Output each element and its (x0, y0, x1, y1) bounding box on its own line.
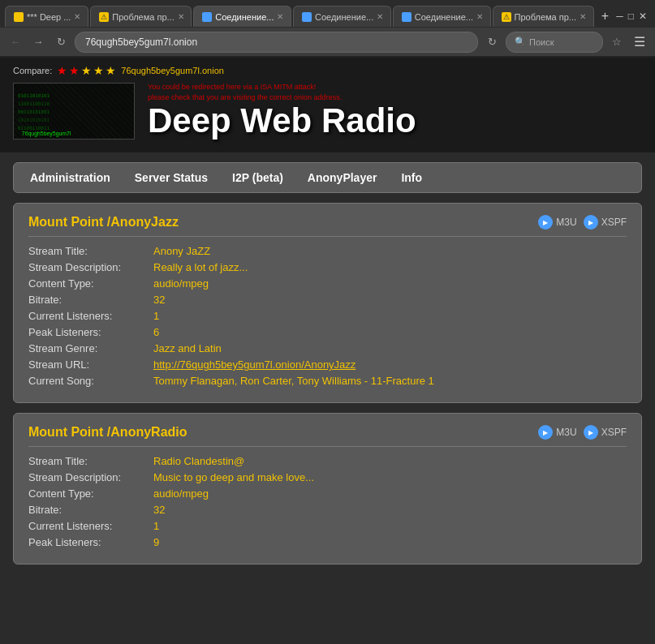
tab-icon-1 (14, 12, 24, 22)
mount-header-anony-radio: Mount Point /AnonyRadio ▶ M3U ▶ XSPF (28, 425, 627, 447)
nav-item-anony-player[interactable]: AnonyPlayer (308, 171, 377, 184)
tab-close-5[interactable]: ✕ (476, 12, 483, 21)
m3u-play-icon: ▶ (538, 215, 553, 230)
info-row-stream-desc-1: Stream Description: Music to go deep and… (28, 471, 627, 483)
info-value-peak-listeners-1: 9 (153, 536, 159, 548)
address-text: 76qugh5bey5gum7l.onion (85, 36, 197, 48)
info-label-peak-listeners-0: Peak Listeners: (28, 326, 150, 338)
tab-label-5: Соединение... (415, 12, 473, 22)
info-label-content-type-0: Content Type: (28, 277, 150, 290)
star-3: ★ (81, 64, 92, 77)
menu-button[interactable]: ☰ (631, 32, 649, 51)
nav-item-administration[interactable]: Administration (30, 171, 110, 184)
svg-text:00110101001: 00110101001 (18, 109, 50, 114)
compare-bar: Compare: ★ ★ ★ ★ ★ 76qugh5bey5gum7l.onio… (13, 64, 642, 77)
mount-title-anony-jazz: Mount Point /AnonyJazz (28, 215, 179, 230)
tab-close-6[interactable]: ✕ (580, 12, 586, 21)
info-value-stream-desc-1: Music to go deep and make love... (153, 471, 314, 483)
nav-item-server-status[interactable]: Server Status (135, 171, 208, 184)
tab-label-2: Проблема пр... (112, 12, 174, 22)
tab-label-4: Соединение... (315, 12, 373, 22)
xspf-link-anony-radio[interactable]: ▶ XSPF (584, 425, 627, 440)
tab-4[interactable]: Соединение... ✕ (293, 6, 391, 27)
new-tab-button[interactable]: + (596, 6, 615, 26)
xspf-link-anony-jazz[interactable]: ▶ XSPF (584, 215, 627, 230)
info-row-bitrate-1: Bitrate: 32 (28, 504, 627, 516)
nav-item-info[interactable]: Info (401, 171, 422, 184)
tab-5[interactable]: Соединение... ✕ (393, 6, 491, 27)
tab-close-1[interactable]: ✕ (74, 12, 80, 21)
info-value-stream-desc-0: Really a lot of jazz... (153, 261, 248, 273)
svg-text:01100110011: 01100110011 (18, 125, 50, 130)
info-label-stream-genre-0: Stream Genre: (28, 342, 150, 354)
xspf-label-anony-radio: XSPF (601, 427, 627, 438)
xspf-play-icon: ▶ (584, 215, 598, 230)
search-placeholder: Поиск (529, 37, 554, 47)
info-value-stream-title-0: Anony JaZZ (153, 245, 210, 257)
back-button[interactable]: ← (6, 33, 24, 51)
mount-title-anony-radio: Mount Point /AnonyRadio (28, 425, 187, 440)
banner-logo-image: 01011010101 11001100110 00110101001 1010… (13, 83, 135, 140)
reload-button[interactable]: ↻ (483, 33, 501, 51)
m3u-label-anony-jazz: M3U (556, 217, 576, 228)
browser-chrome: *** Deep ... ✕ ⚠ Проблема пр... ✕ Соедин… (0, 0, 655, 58)
tab-2[interactable]: ⚠ Проблема пр... ✕ (90, 6, 192, 27)
tab-close-2[interactable]: ✕ (178, 12, 184, 21)
tab-6[interactable]: ⚠ Проблема пр... ✕ (493, 6, 594, 27)
site-navigation: Administration Server Status I2P (beta) … (13, 162, 642, 193)
address-bar[interactable]: 76qugh5bey5gum7l.onion (75, 32, 478, 53)
refresh-button[interactable]: ↻ (52, 33, 70, 51)
banner-section: Compare: ★ ★ ★ ★ ★ 76qugh5bey5gum7l.onio… (0, 58, 655, 152)
svg-text:10101010101: 10101010101 (18, 118, 50, 122)
maximize-button[interactable]: □ (628, 11, 634, 22)
info-label-stream-desc-0: Stream Description: (28, 261, 150, 273)
nav-item-i2p-beta[interactable]: I2P (beta) (232, 171, 283, 184)
svg-text:01011010101: 01011010101 (18, 93, 50, 98)
xspf-play-icon-radio: ▶ (584, 425, 598, 440)
star-4: ★ (93, 64, 104, 77)
tab-icon-6: ⚠ (502, 12, 511, 22)
close-window-button[interactable]: ✕ (639, 11, 647, 22)
m3u-link-anony-radio[interactable]: ▶ M3U (538, 425, 576, 440)
info-row-bitrate-0: Bitrate: 32 (28, 294, 627, 306)
page-content: Compare: ★ ★ ★ ★ ★ 76qugh5bey5gum7l.onio… (0, 58, 655, 644)
svg-rect-0 (14, 83, 134, 139)
tab-close-4[interactable]: ✕ (377, 12, 383, 21)
info-label-bitrate-1: Bitrate: (28, 504, 150, 516)
mount-card-anony-jazz: Mount Point /AnonyJazz ▶ M3U ▶ XSPF Stre… (13, 203, 642, 403)
info-row-stream-url-0: Stream URL: http://76qugh5bey5gum7l.onio… (28, 358, 627, 371)
tab-3[interactable]: Соединение... ✕ (193, 6, 291, 27)
mount-card-anony-radio: Mount Point /AnonyRadio ▶ M3U ▶ XSPF Str… (13, 413, 642, 565)
info-label-stream-title-0: Stream Title: (28, 245, 150, 257)
tab-1[interactable]: *** Deep ... ✕ (5, 6, 88, 27)
info-value-bitrate-0: 32 (153, 294, 165, 306)
info-value-current-listeners-0: 1 (153, 310, 159, 322)
info-label-peak-listeners-1: Peak Listeners: (28, 536, 150, 548)
compare-link[interactable]: 76qugh5bey5gum7l.onion (121, 66, 224, 75)
mount-header-anony-jazz: Mount Point /AnonyJazz ▶ M3U ▶ XSPF (28, 215, 627, 237)
tab-icon-3 (202, 12, 212, 22)
info-label-current-song-0: Current Song: (28, 375, 150, 387)
banner-text-block: You could be redirected here via a ISA M… (148, 82, 642, 140)
svg-text:11001100110: 11001100110 (18, 101, 50, 106)
mount-links-anony-jazz: ▶ M3U ▶ XSPF (538, 215, 627, 230)
info-value-current-listeners-1: 1 (153, 520, 159, 532)
info-value-stream-url-0[interactable]: http://76qugh5bey5gum7l.onion/AnonyJazz (153, 358, 356, 371)
info-row-stream-genre-0: Stream Genre: Jazz and Latin (28, 342, 627, 354)
info-row-current-song-0: Current Song: Tommy Flanagan, Ron Carter… (28, 375, 627, 387)
minimize-button[interactable]: ─ (616, 11, 623, 22)
m3u-link-anony-jazz[interactable]: ▶ M3U (538, 215, 576, 230)
m3u-label-anony-radio: M3U (556, 427, 576, 438)
search-box[interactable]: 🔍 Поиск (506, 32, 603, 53)
info-label-stream-title-1: Stream Title: (28, 455, 150, 467)
tab-close-3[interactable]: ✕ (277, 12, 283, 21)
bookmark-button[interactable]: ☆ (608, 33, 626, 51)
info-row-peak-listeners-1: Peak Listeners: 9 (28, 536, 627, 548)
info-value-content-type-1: audio/mpeg (153, 487, 209, 500)
star-1: ★ (57, 64, 67, 77)
info-label-content-type-1: Content Type: (28, 487, 150, 500)
forward-button[interactable]: → (29, 33, 47, 51)
info-value-stream-genre-0: Jazz and Latin (153, 342, 222, 354)
info-value-peak-listeners-0: 6 (153, 326, 159, 338)
tab-icon-4 (302, 12, 312, 22)
